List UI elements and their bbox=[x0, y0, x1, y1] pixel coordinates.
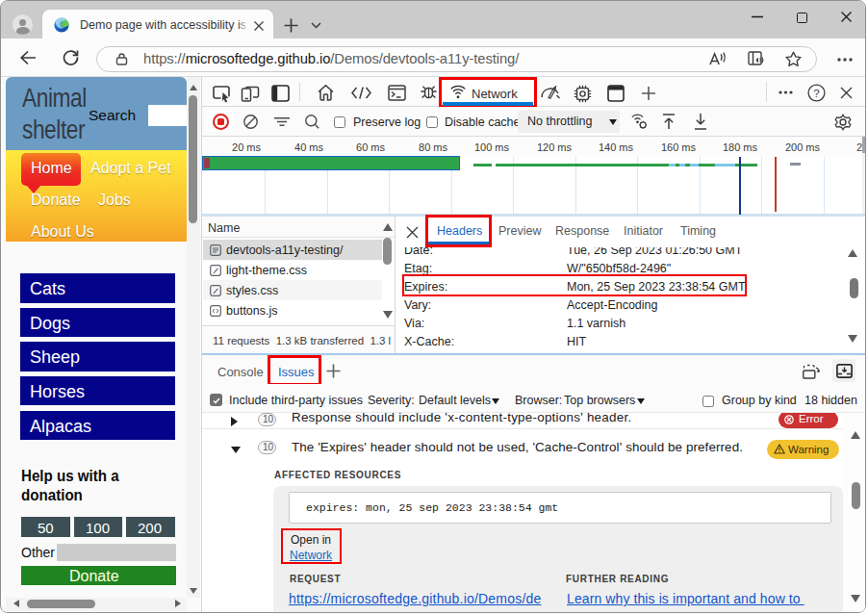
svg-text:?: ? bbox=[813, 88, 819, 99]
